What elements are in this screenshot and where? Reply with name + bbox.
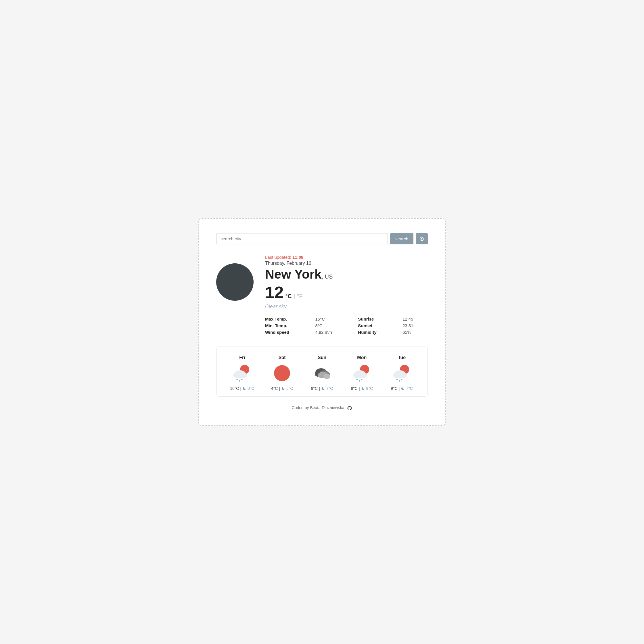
- svg-point-28: [398, 380, 400, 382]
- forecast-sep: |: [240, 386, 241, 391]
- forecast-day: Sat 4°C | 5°C: [265, 355, 299, 391]
- moon-icon: [401, 386, 405, 390]
- temp-value: 12: [265, 283, 284, 302]
- forecast-high: 16°C: [230, 386, 239, 391]
- sunset-label: Sunset: [358, 323, 391, 328]
- forecast-icon-sun: [272, 363, 292, 383]
- svg-point-26: [399, 372, 407, 378]
- weather-info: Last updated: 11:08 Thursday, February 1…: [265, 255, 428, 335]
- moon-icon: [321, 386, 325, 390]
- github-icon: [347, 406, 352, 411]
- svg-point-15: [323, 374, 330, 379]
- city-country: , US: [321, 273, 333, 280]
- wind-speed-label: Wind speed: [265, 330, 304, 335]
- svg-point-7: [239, 380, 240, 382]
- humidity-label: Humidity: [358, 330, 391, 335]
- forecast-day-label: Fri: [239, 355, 245, 360]
- forecast-temps: 9°C | 7°C: [311, 386, 333, 391]
- forecast-temps: 9°C | 7°C: [391, 386, 413, 391]
- unit-separator: |: [294, 293, 295, 300]
- wind-speed-value: 4.92 m/h: [315, 330, 347, 335]
- svg-point-22: [361, 379, 362, 380]
- sunset-value: 23:31: [403, 323, 428, 328]
- forecast-card: Fri 16°C | 0°C S: [216, 346, 428, 397]
- footer: Coded by Beata Dluzniewska: [216, 405, 428, 411]
- current-weather-icon: [216, 263, 254, 301]
- svg-point-20: [356, 379, 358, 380]
- forecast-high: 9°C: [311, 386, 318, 391]
- forecast-sep: |: [279, 386, 280, 391]
- svg-point-21: [359, 380, 360, 382]
- svg-point-27: [396, 379, 398, 380]
- max-temp-label: Max Temp.: [265, 317, 304, 321]
- svg-point-19: [359, 372, 367, 378]
- max-temp-value: 15°C: [315, 317, 347, 321]
- svg-point-6: [237, 379, 238, 380]
- forecast-day: Sun 9°C | 7°C: [305, 355, 339, 391]
- forecast-high: 4°C: [271, 386, 278, 391]
- moon-icon: [281, 386, 285, 390]
- search-row: search: [216, 233, 428, 244]
- forecast-icon-cloudy: [312, 363, 332, 383]
- forecast-icon-rainy-sun: [232, 363, 252, 383]
- svg-point-8: [241, 379, 243, 380]
- forecast-low: 7°C: [406, 386, 413, 391]
- forecast-low: 7°C: [326, 386, 333, 391]
- date-text: Thursday, February 16: [265, 261, 428, 266]
- svg-point-0: [421, 238, 423, 240]
- forecast-high: 9°C: [391, 386, 398, 391]
- svg-point-29: [401, 379, 402, 380]
- sunrise-label: Sunrise: [358, 317, 391, 321]
- forecast-day: Tue 9°C | 7°C: [385, 355, 419, 391]
- forecast-day-label: Tue: [398, 355, 406, 360]
- moon-icon: [242, 386, 246, 390]
- unit-fahrenheit[interactable]: °F: [297, 293, 302, 300]
- forecast-temps: 16°C | 0°C: [230, 386, 254, 391]
- svg-point-5: [239, 372, 247, 378]
- unit-celsius[interactable]: °C: [285, 293, 292, 300]
- last-updated: Last updated: 11:08: [265, 255, 428, 260]
- search-button[interactable]: search: [390, 233, 413, 244]
- forecast-high: 9°C: [351, 386, 358, 391]
- forecast-icon-rainy-sun: [392, 363, 412, 383]
- forecast-sep: |: [399, 386, 400, 391]
- forecast-day-label: Sat: [279, 355, 286, 360]
- forecast-sep: |: [359, 386, 360, 391]
- main-card: search Last updated: 11:08 Thursday, Feb…: [198, 218, 446, 425]
- forecast-temps: 9°C | 9°C: [351, 386, 373, 391]
- forecast-day: Mon 9°C | 9°C: [345, 355, 379, 391]
- details-grid: Max Temp. 15°C Sunrise 12:49 Min. Temp. …: [265, 317, 428, 335]
- forecast-low: 5°C: [286, 386, 293, 391]
- forecast-day: Fri 16°C | 0°C: [225, 355, 259, 391]
- forecast-low: 9°C: [366, 386, 373, 391]
- temperature-row: 12 °C | °F: [265, 283, 428, 302]
- forecast-low: 0°C: [248, 386, 254, 391]
- forecast-day-label: Sun: [318, 355, 326, 360]
- city-line: New York, US: [265, 267, 428, 281]
- svg-point-9: [274, 365, 290, 381]
- location-icon: [419, 236, 424, 241]
- min-temp-value: 8°C: [315, 323, 347, 328]
- weather-description: Clear sky: [265, 304, 428, 310]
- location-button[interactable]: [416, 233, 428, 244]
- forecast-day-label: Mon: [357, 355, 367, 360]
- forecast-temps: 4°C | 5°C: [271, 386, 293, 391]
- humidity-value: 65%: [403, 330, 428, 335]
- sunrise-value: 12:49: [403, 317, 428, 321]
- city-name: New York: [265, 267, 321, 281]
- forecast-sep: |: [319, 386, 320, 391]
- min-temp-label: Min. Temp.: [265, 323, 304, 328]
- forecast-icon-rainy-sun: [352, 363, 372, 383]
- weather-main: Last updated: 11:08 Thursday, February 1…: [216, 255, 428, 335]
- moon-icon: [361, 386, 365, 390]
- search-input[interactable]: [216, 233, 388, 244]
